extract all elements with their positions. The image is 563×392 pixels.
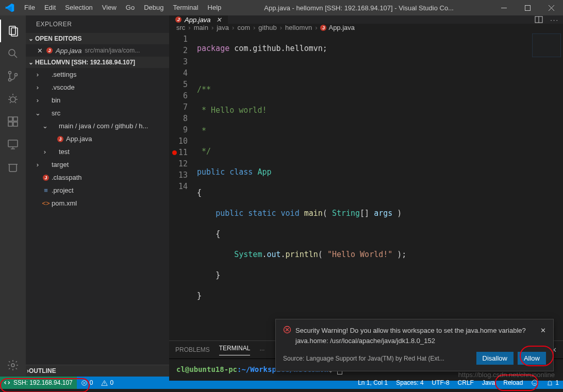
- settings-gear-icon[interactable]: [0, 354, 26, 377]
- panel-more-icon[interactable]: ···: [259, 346, 264, 353]
- tree-label: main / java / com / github / h...: [59, 122, 148, 130]
- tree-item[interactable]: J.classpath: [26, 171, 169, 184]
- java-file-icon: J: [175, 16, 181, 23]
- explorer-sidebar: EXPLORER ⌄ OPEN EDITORS ✕ J App.java src…: [26, 15, 169, 377]
- notification-source: Source: Language Support for Java(TM) by…: [283, 355, 472, 362]
- maximize-button[interactable]: [516, 0, 539, 15]
- tree-label: App.java: [66, 135, 92, 143]
- notification-toast: Security Warning! Do you allow this work…: [275, 319, 554, 371]
- java-file-icon: J: [57, 136, 63, 142]
- tree-item[interactable]: ⌄main / java / com / github / h...: [26, 120, 169, 132]
- outline-section[interactable]: › OUTLINE: [26, 365, 169, 377]
- allow-button[interactable]: Allow: [518, 352, 546, 365]
- menubar: File Edit Selection View Go Debug Termin…: [20, 0, 226, 15]
- svg-rect-9: [8, 117, 12, 121]
- remote-explorer-icon[interactable]: [0, 133, 26, 156]
- open-editors-section[interactable]: ⌄ OPEN EDITORS: [26, 33, 169, 44]
- breadcrumb[interactable]: src› main› java› com› github› hellomvn› …: [169, 24, 563, 31]
- reload-indicator[interactable]: Reload: [499, 379, 527, 386]
- tree-item[interactable]: ›.settings: [26, 68, 169, 81]
- line-col-indicator[interactable]: Ln 1, Col 1: [354, 379, 392, 386]
- language-indicator[interactable]: Java: [478, 379, 499, 386]
- errors-indicator[interactable]: 0: [77, 377, 97, 389]
- folder-section[interactable]: ⌄ HELLOMVN [SSH: 192.168.94.107]: [26, 57, 169, 68]
- menu-debug[interactable]: Debug: [139, 0, 168, 15]
- xml-file-icon: <>: [42, 199, 49, 207]
- svg-rect-12: [13, 117, 18, 121]
- file-tree: ›.settings›.vscode›bin⌄src⌄main / java /…: [26, 68, 169, 365]
- feedback-icon[interactable]: [527, 379, 542, 386]
- breakpoint-icon[interactable]: [172, 150, 177, 155]
- svg-rect-1: [525, 5, 530, 10]
- svg-point-14: [11, 364, 14, 367]
- tree-item[interactable]: ≡.project: [26, 184, 169, 197]
- encoding-indicator[interactable]: UTF-8: [428, 379, 454, 386]
- tabs: J App.java ✕ ···: [169, 15, 563, 24]
- tree-item[interactable]: ›.vscode: [26, 81, 169, 94]
- search-icon[interactable]: [0, 42, 26, 65]
- menu-help[interactable]: Help: [203, 0, 226, 15]
- menu-view[interactable]: View: [97, 0, 121, 15]
- tree-item[interactable]: ›bin: [26, 94, 169, 107]
- tree-item[interactable]: ›target: [26, 158, 169, 171]
- eol-indicator[interactable]: CRLF: [454, 379, 478, 386]
- open-editor-path: src/main/java/com...: [85, 47, 140, 54]
- tree-item[interactable]: JApp.java: [26, 132, 169, 145]
- open-editor-filename: App.java: [56, 47, 82, 55]
- svg-point-6: [9, 79, 11, 81]
- more-icon[interactable]: ···: [550, 16, 559, 24]
- tree-label: target: [52, 161, 69, 168]
- error-icon: [283, 326, 291, 334]
- chevron-icon: ⌄: [41, 122, 48, 130]
- svg-point-7: [15, 74, 18, 76]
- close-icon[interactable]: ✕: [216, 16, 222, 24]
- tab-app-java[interactable]: J App.java ✕: [169, 15, 228, 24]
- svg-point-18: [532, 380, 538, 386]
- tree-label: .vscode: [52, 83, 75, 91]
- close-icon[interactable]: ✕: [37, 47, 44, 55]
- svg-point-8: [10, 97, 15, 102]
- explorer-title: EXPLORER: [26, 15, 169, 33]
- tree-label: bin: [52, 96, 60, 104]
- source-control-icon[interactable]: [0, 65, 26, 88]
- chevron-down-icon: ⌄: [27, 59, 35, 66]
- problems-tab[interactable]: PROBLEMS: [175, 346, 210, 353]
- notifications-icon[interactable]: 1: [542, 379, 563, 386]
- minimize-button[interactable]: [492, 0, 516, 15]
- svg-point-4: [9, 49, 15, 56]
- terminal-tab[interactable]: TERMINAL: [219, 345, 251, 355]
- open-editor-item[interactable]: ✕ J App.java src/main/java/com...: [26, 44, 169, 57]
- menu-file[interactable]: File: [20, 0, 40, 15]
- close-icon[interactable]: ✕: [540, 326, 546, 336]
- notification-text: Security Warning! Do you allow this work…: [295, 326, 536, 346]
- tab-label: App.java: [185, 16, 211, 24]
- test-icon[interactable]: [0, 156, 26, 178]
- explorer-icon[interactable]: [0, 20, 26, 42]
- tree-item[interactable]: ⌄src: [26, 107, 169, 120]
- config-file-icon: ≡: [44, 186, 48, 194]
- split-editor-icon[interactable]: [535, 15, 543, 24]
- tree-label: src: [52, 109, 60, 117]
- remote-indicator[interactable]: SSH: 192.168.94.107: [0, 377, 77, 389]
- chevron-icon: ›: [34, 161, 41, 168]
- tree-item[interactable]: ›test: [26, 145, 169, 158]
- close-button[interactable]: [539, 0, 563, 15]
- tree-label: .settings: [52, 71, 76, 78]
- debug-icon[interactable]: [0, 88, 26, 110]
- chevron-icon: ⌄: [34, 109, 41, 117]
- tree-item[interactable]: <>pom.xml: [26, 197, 169, 210]
- menu-selection[interactable]: Selection: [60, 0, 97, 15]
- extensions-icon[interactable]: [0, 110, 26, 133]
- java-file-icon: J: [46, 47, 53, 54]
- titlebar: File Edit Selection View Go Debug Termin…: [0, 0, 563, 15]
- code-lines: package com.github.hellomvn; /** * Hello…: [197, 31, 563, 340]
- warnings-indicator[interactable]: 0: [97, 377, 118, 389]
- code-editor[interactable]: 12345678910 11 121314 package com.github…: [169, 31, 563, 340]
- svg-rect-10: [8, 122, 12, 126]
- disallow-button[interactable]: Disallow: [476, 352, 514, 365]
- minimap[interactable]: [527, 31, 563, 340]
- menu-terminal[interactable]: Terminal: [168, 0, 203, 15]
- menu-go[interactable]: Go: [121, 0, 139, 15]
- spaces-indicator[interactable]: Spaces: 4: [392, 379, 427, 386]
- menu-edit[interactable]: Edit: [40, 0, 60, 15]
